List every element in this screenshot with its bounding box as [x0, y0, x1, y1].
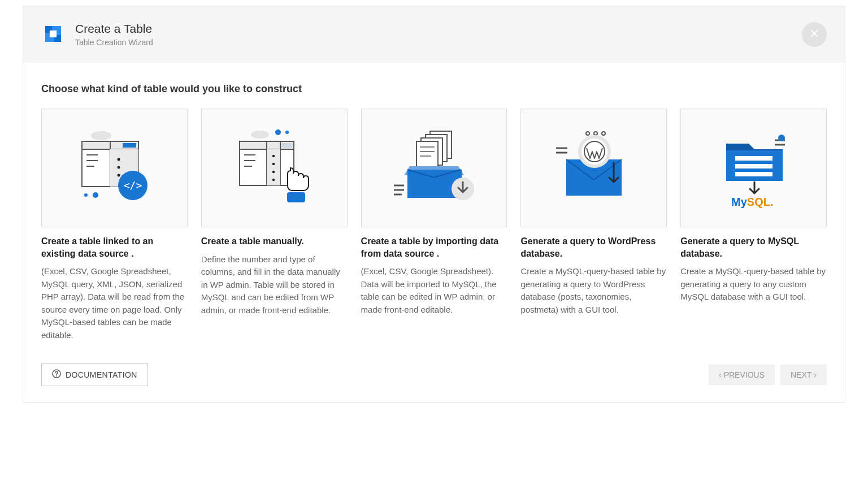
- svg-point-64: [778, 135, 785, 141]
- chevron-right-icon: ›: [814, 370, 817, 379]
- option-manual-card[interactable]: [201, 109, 348, 227]
- nav-buttons: ‹ PREVIOUS NEXT ›: [709, 365, 827, 385]
- wizard-header: Create a Table Table Creation Wizard: [23, 6, 845, 63]
- svg-point-13: [118, 158, 120, 161]
- svg-rect-59: [735, 156, 772, 161]
- close-button[interactable]: [802, 22, 827, 47]
- option-linked-source: </> Create a table linked to an existing…: [41, 109, 188, 341]
- svg-point-20: [251, 131, 269, 139]
- svg-point-52: [602, 132, 605, 135]
- wizard-footer: DOCUMENTATION ‹ PREVIOUS NEXT ›: [23, 355, 845, 402]
- option-manual: Create a table manually. Define the numb…: [201, 109, 348, 341]
- svg-point-51: [594, 132, 597, 135]
- documentation-button[interactable]: DOCUMENTATION: [41, 363, 148, 386]
- svg-point-19: [93, 192, 98, 198]
- option-mysql-query-card[interactable]: MySQL.: [680, 109, 827, 227]
- wordpress-icon: [546, 119, 642, 217]
- mysql-icon: MySQL.: [706, 119, 802, 217]
- option-linked-source-card[interactable]: </>: [41, 109, 188, 227]
- option-mysql-query: MySQL. Generate a query to MySQL databas…: [680, 109, 827, 341]
- svg-rect-36: [287, 192, 305, 202]
- svg-rect-3: [50, 31, 57, 37]
- help-icon: [52, 369, 61, 380]
- option-desc: (Excel, CSV, Google Spreadsheet). Data w…: [361, 265, 507, 316]
- option-title: Generate a query to MySQL database.: [680, 235, 827, 260]
- previous-button[interactable]: ‹ PREVIOUS: [709, 365, 775, 385]
- import-icon: [386, 119, 482, 217]
- svg-point-22: [285, 131, 289, 134]
- option-title: Create a table manually.: [201, 235, 348, 248]
- svg-point-50: [586, 132, 589, 135]
- svg-point-33: [272, 163, 275, 165]
- option-import: Create a table by importing data from da…: [361, 109, 507, 341]
- wizard-panel: Create a Table Table Creation Wizard Cho…: [23, 6, 845, 403]
- svg-point-34: [272, 171, 275, 173]
- option-wp-query: Generate a query to WordPress database. …: [520, 109, 667, 341]
- svg-point-35: [272, 179, 275, 181]
- svg-rect-7: [123, 143, 136, 148]
- wizard-body: Choose what kind of table would you like…: [23, 63, 845, 355]
- svg-point-14: [118, 166, 120, 169]
- option-wp-query-card[interactable]: [520, 109, 667, 227]
- option-desc: Define the number and type of columns, a…: [201, 253, 348, 317]
- previous-label: PREVIOUS: [724, 370, 765, 379]
- svg-rect-40: [416, 141, 438, 170]
- documentation-label: DOCUMENTATION: [66, 370, 137, 379]
- svg-text:MySQL.: MySQL.: [731, 196, 773, 208]
- chevron-left-icon: ‹: [719, 370, 722, 379]
- option-desc: (Excel, CSV, Google Spreadsheet, MySQL q…: [41, 265, 188, 341]
- svg-point-67: [56, 375, 57, 377]
- option-title: Create a table linked to an existing dat…: [41, 235, 188, 260]
- wizard-header-text: Create a Table Table Creation Wizard: [75, 22, 153, 47]
- svg-point-4: [91, 131, 111, 140]
- svg-rect-61: [735, 172, 772, 176]
- option-desc: Create a MySQL-query-based table by gene…: [520, 265, 667, 316]
- option-title: Generate a query to WordPress database.: [520, 235, 667, 260]
- option-title: Create a table by importing data from da…: [361, 235, 507, 260]
- next-button[interactable]: NEXT ›: [780, 365, 827, 385]
- wizard-subtitle: Table Creation Wizard: [75, 38, 153, 47]
- svg-point-15: [118, 174, 120, 177]
- svg-point-18: [84, 193, 88, 197]
- option-import-card[interactable]: [361, 109, 507, 227]
- svg-text:</>: </>: [124, 179, 142, 191]
- linked-source-icon: </>: [66, 119, 162, 217]
- wizard-prompt: Choose what kind of table would you like…: [41, 83, 827, 95]
- options-row: </> Create a table linked to an existing…: [41, 109, 827, 341]
- next-label: NEXT: [791, 370, 811, 379]
- svg-rect-25: [280, 143, 292, 148]
- wizard-title: Create a Table: [75, 22, 153, 36]
- close-icon: [810, 29, 819, 40]
- svg-rect-60: [735, 164, 772, 168]
- svg-point-32: [272, 155, 275, 157]
- option-desc: Create a MySQL-query-based table by gene…: [680, 265, 827, 304]
- manual-icon: [226, 119, 322, 217]
- svg-point-21: [275, 129, 281, 135]
- app-logo-icon: [41, 22, 65, 46]
